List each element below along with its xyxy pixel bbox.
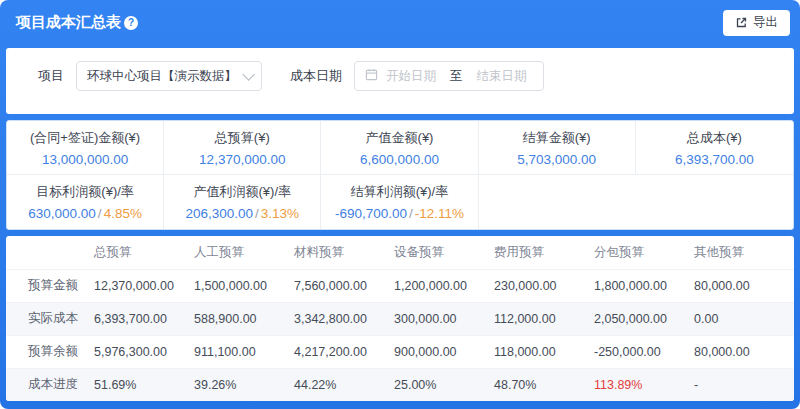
metric-value: 13,000,000.00 xyxy=(42,152,128,167)
export-button-label: 导出 xyxy=(753,14,778,31)
table-cell: 5,976,300.00 xyxy=(94,335,194,368)
metric-value: 6,600,000.00 xyxy=(360,152,439,167)
metric-label: 结算利润额(¥)/率 xyxy=(351,183,449,201)
table-cell: 2,050,000.00 xyxy=(594,302,694,335)
row-label: 预算余额 xyxy=(6,335,94,368)
chevron-down-icon xyxy=(242,68,255,81)
metric-contract-amount: (合同+签证)金额(¥) 13,000,000.00 xyxy=(7,121,164,175)
metric-label: 总成本(¥) xyxy=(687,129,742,147)
table-cell: 118,000.00 xyxy=(494,335,594,368)
column-header: 费用预算 xyxy=(494,236,594,269)
column-header: 人工预算 xyxy=(194,236,294,269)
table-cell: 80,000.00 xyxy=(694,269,794,302)
table-row-cost-progress: 成本进度 51.69% 39.26% 44.22% 25.00% 48.70% … xyxy=(6,368,794,401)
metric-label: 产值金额(¥) xyxy=(366,129,434,147)
table-row-budget-balance: 预算余额 5,976,300.00 911,100.00 4,217,200.0… xyxy=(6,335,794,368)
metric-label: 产值利润额(¥)/率 xyxy=(194,183,292,201)
filter-card: 项目 环球中心项目【演示数据】 成本日期 开始日期 至 结束日期 xyxy=(6,48,794,114)
table-cell: 12,370,000.00 xyxy=(94,269,194,302)
table-cell: 1,500,000.00 xyxy=(194,269,294,302)
content-area: 项目 环球中心项目【演示数据】 成本日期 开始日期 至 结束日期 xyxy=(0,45,800,401)
help-icon[interactable]: ? xyxy=(124,16,138,30)
table-cell: 1,800,000.00 xyxy=(594,269,694,302)
table-cell: 51.69% xyxy=(94,368,194,401)
table-cell: 44.22% xyxy=(294,368,394,401)
row-label-actual-cost-link[interactable]: 实际成本 xyxy=(6,302,94,335)
table-cell: 1,200,000.00 xyxy=(394,269,494,302)
table-cell: 230,000.00 xyxy=(494,269,594,302)
table-cell: -250,000.00 xyxy=(594,335,694,368)
table-cell: 3,342,800.00 xyxy=(294,302,394,335)
metric-settlement-amount: 结算金额(¥) 5,703,000.00 xyxy=(479,121,636,175)
metric-settlement-profit: 结算利润额(¥)/率 -690,700.00/-12.11% xyxy=(321,175,478,229)
metric-empty-cell xyxy=(479,175,793,229)
table-cell: 4,217,200.00 xyxy=(294,335,394,368)
metric-value-rate: -690,700.00/-12.11% xyxy=(335,206,464,221)
table-cell: 7,560,000.00 xyxy=(294,269,394,302)
metric-output-amount: 产值金额(¥) 6,600,000.00 xyxy=(321,121,478,175)
column-header-empty xyxy=(6,236,94,269)
column-header: 总预算 xyxy=(94,236,194,269)
table-cell: 39.26% xyxy=(194,368,294,401)
export-button[interactable]: 导出 xyxy=(723,10,790,36)
table-cell-over-budget: 113.89% xyxy=(594,368,694,401)
project-filter-label: 项目 xyxy=(38,61,64,91)
budget-table: 总预算 人工预算 材料预算 设备预算 费用预算 分包预算 其他预算 预算金额 1… xyxy=(6,236,794,401)
start-date-placeholder[interactable]: 开始日期 xyxy=(386,68,436,85)
export-icon xyxy=(735,16,748,29)
project-cost-summary-page: 项目成本汇总表 ? 导出 项目 环球中心项目【演示数据】 成本日期 xyxy=(0,0,800,409)
metric-value: 6,393,700.00 xyxy=(675,152,754,167)
table-cell: - xyxy=(694,368,794,401)
table-cell: 6,393,700.00 xyxy=(94,302,194,335)
metric-label: 目标利润额(¥)/率 xyxy=(36,183,134,201)
metric-target-profit: 目标利润额(¥)/率 630,000.00/4.85% xyxy=(7,175,164,229)
table-header-row: 总预算 人工预算 材料预算 设备预算 费用预算 分包预算 其他预算 xyxy=(6,236,794,269)
date-range-input[interactable]: 开始日期 至 结束日期 xyxy=(354,61,544,91)
budget-table-card: 总预算 人工预算 材料预算 设备预算 费用预算 分包预算 其他预算 预算金额 1… xyxy=(6,236,794,401)
table-cell: 300,000.00 xyxy=(394,302,494,335)
calendar-icon xyxy=(365,67,378,85)
table-row-actual-cost: 实际成本 6,393,700.00 588,900.00 3,342,800.0… xyxy=(6,302,794,335)
table-cell: 0.00 xyxy=(694,302,794,335)
table-cell: 911,100.00 xyxy=(194,335,294,368)
metric-value-rate: 206,300.00/3.13% xyxy=(185,206,299,221)
metric-total-cost: 总成本(¥) 6,393,700.00 xyxy=(636,121,793,175)
column-header: 其他预算 xyxy=(694,236,794,269)
row-label: 成本进度 xyxy=(6,368,94,401)
table-cell: 900,000.00 xyxy=(394,335,494,368)
metric-value: 12,370,000.00 xyxy=(199,152,285,167)
table-cell: 588,900.00 xyxy=(194,302,294,335)
metric-label: 总预算(¥) xyxy=(215,129,270,147)
table-cell: 112,000.00 xyxy=(494,302,594,335)
column-header: 设备预算 xyxy=(394,236,494,269)
column-header: 材料预算 xyxy=(294,236,394,269)
page-title: 项目成本汇总表 xyxy=(16,13,121,32)
row-label: 预算金额 xyxy=(6,269,94,302)
table-row-budget-amount: 预算金额 12,370,000.00 1,500,000.00 7,560,00… xyxy=(6,269,794,302)
summary-metrics-card: (合同+签证)金额(¥) 13,000,000.00 总预算(¥) 12,370… xyxy=(6,120,794,230)
project-select-value: 环球中心项目【演示数据】 xyxy=(87,68,242,85)
metric-value: 5,703,000.00 xyxy=(517,152,596,167)
metric-total-budget: 总预算(¥) 12,370,000.00 xyxy=(164,121,321,175)
metric-output-profit: 产值利润额(¥)/率 206,300.00/3.13% xyxy=(164,175,321,229)
column-header: 分包预算 xyxy=(594,236,694,269)
table-cell: 80,000.00 xyxy=(694,335,794,368)
table-cell: 48.70% xyxy=(494,368,594,401)
end-date-placeholder[interactable]: 结束日期 xyxy=(477,68,527,85)
cost-date-label: 成本日期 xyxy=(290,61,342,91)
metric-label: 结算金额(¥) xyxy=(523,129,591,147)
header-bar: 项目成本汇总表 ? 导出 xyxy=(0,0,800,45)
table-cell: 25.00% xyxy=(394,368,494,401)
date-range-separator: 至 xyxy=(450,68,463,85)
metric-value-rate: 630,000.00/4.85% xyxy=(28,206,142,221)
project-select[interactable]: 环球中心项目【演示数据】 xyxy=(76,61,262,91)
metric-label: (合同+签证)金额(¥) xyxy=(30,129,140,147)
